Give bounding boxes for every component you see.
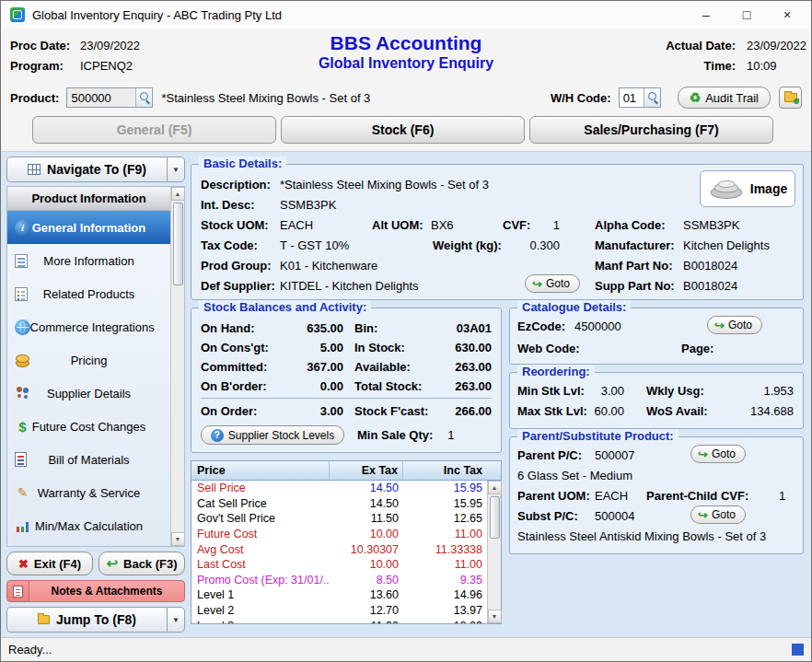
nav-panel: Product Information General InformationM…	[6, 186, 185, 547]
exit-label: Exit (F4)	[34, 557, 81, 571]
scroll-down-icon[interactable]: ▼	[171, 532, 185, 546]
jump-to-main[interactable]: Jump To (F8)	[6, 607, 167, 633]
info-icon	[15, 220, 30, 236]
scroll-up-icon[interactable]: ▲	[171, 187, 185, 201]
alpha-code-label: Alpha Code:	[595, 218, 666, 233]
bowls-thumbnail	[708, 176, 745, 203]
sidebar-item-supplier-details[interactable]: Supplier Details	[7, 377, 170, 410]
tab-general[interactable]: General (F5)	[32, 116, 276, 144]
image-button[interactable]: Image	[700, 170, 795, 207]
time-label: Time:	[658, 59, 736, 73]
price-ex-tax-value: 10.00	[330, 558, 403, 571]
price-table-row[interactable]: Level 212.7013.97	[191, 603, 487, 619]
product-combo	[66, 87, 153, 108]
scroll-up-icon[interactable]: ▲	[488, 481, 502, 494]
goto-parent-button[interactable]: ↪ Goto	[690, 445, 746, 463]
tab-stock[interactable]: Stock (F6)	[281, 116, 525, 144]
inc-tax-column-header[interactable]: Inc Tax	[403, 461, 501, 480]
price-table-row[interactable]: Cat Sell Price14.5015.95	[191, 496, 487, 512]
price-table-row[interactable]: Sell Price14.5015.95	[191, 481, 487, 496]
product-input[interactable]	[67, 88, 135, 107]
goto-substitute-button[interactable]: ↪ Goto	[690, 505, 746, 524]
price-table-row[interactable]: Avg Cost10.3030711.33338	[191, 541, 487, 557]
sidebar-item-pricing[interactable]: Pricing	[7, 343, 170, 377]
stock-label: In Stock:	[354, 341, 439, 354]
goto-arrow-icon: ↪	[714, 319, 725, 332]
tab-sales-purchasing[interactable]: Sales/Purchasing (F7)	[529, 116, 773, 144]
stock-row: On Cons'gt: 5.00 In Stock: 630.00	[201, 338, 492, 357]
document-icon	[15, 452, 27, 467]
goto-catalogue-button[interactable]: ↪ Goto	[707, 316, 762, 334]
stock-value: 263.00	[439, 360, 492, 374]
sidebar-item-general-information[interactable]: General Information	[7, 211, 170, 244]
app-icon	[10, 7, 25, 22]
wh-code-input[interactable]	[620, 88, 644, 107]
body: Navigate To (F9) ▼ Product Information G…	[1, 151, 811, 637]
stock-label: On B'order:	[201, 379, 274, 393]
sidebar-item-warranty-service[interactable]: Warranty & Service	[7, 476, 170, 509]
stock-label: On Hand:	[201, 321, 274, 335]
sidebar-item-label: Warranty & Service	[38, 486, 141, 500]
exit-button[interactable]: ✖ Exit (F4)	[6, 552, 93, 575]
parent-pc-label: Parent P/C:	[517, 448, 582, 463]
price-table-row[interactable]: Level 113.6014.96	[191, 587, 487, 603]
price-row-label: Cat Sell Price	[191, 497, 330, 510]
price-table-scrollbar[interactable]: ▲ ▼	[487, 481, 501, 623]
price-table-row[interactable]: Promo Cost (Exp: 31/01/...8.509.35	[191, 573, 487, 588]
catalogue-details-title: Catalogue Details:	[517, 300, 631, 315]
sidebar-item-related-products[interactable]: Related Products	[7, 277, 170, 310]
people-icon	[15, 386, 30, 401]
folder-button[interactable]	[779, 87, 802, 109]
parent-uom-value: EACH	[595, 489, 628, 504]
stock-value: 266.00	[439, 404, 492, 418]
price-row-label: Avg Cost	[191, 543, 330, 556]
sidebar-item-ecommerce-integrations[interactable]: eCommerce Integrations	[7, 310, 170, 343]
price-table-row[interactable]: Last Cost10.0011.00	[191, 557, 487, 573]
related-products-icon	[15, 287, 28, 301]
sidebar-item-future-cost-changes[interactable]: Future Cost Changes	[7, 410, 170, 443]
price-column-header[interactable]: Price	[191, 461, 330, 480]
stock-bottom-row: ? Supplier Stock Levels Min Sale Qty: 1	[201, 425, 492, 445]
supp-part-no-value: B0018024	[683, 279, 737, 294]
minimize-button[interactable]: –	[686, 2, 726, 28]
price-table-row[interactable]: Future Cost10.0011.00	[191, 527, 487, 542]
search-icon[interactable]	[644, 88, 660, 107]
supplier-stock-levels-button[interactable]: ? Supplier Stock Levels	[201, 425, 344, 445]
sidebar-item-bill-of-materials[interactable]: Bill of Materials	[7, 443, 170, 476]
notes-attachments-button[interactable]: Notes & Attachments	[6, 580, 185, 602]
price-table-row[interactable]: Gov't Sell Price11.5012.65	[191, 511, 487, 527]
main-content: Basic Details: Description: *Stainless S…	[191, 157, 804, 633]
close-button[interactable]: ×	[767, 2, 807, 28]
stock-value: 03A01	[439, 321, 492, 335]
sidebar-item-label: Supplier Details	[47, 387, 131, 401]
navigate-to-button[interactable]: Navigate To (F9) ▼	[6, 157, 185, 182]
price-inc-tax-value: 11.00	[403, 528, 487, 540]
back-button[interactable]: ↩ Back (F3)	[99, 552, 185, 575]
jump-to-button[interactable]: Jump To (F8) ▼	[6, 607, 185, 633]
price-table-row[interactable]: Level 311.9013.09	[191, 618, 487, 623]
sidebar-item-min-max-calculation[interactable]: Min/Max Calculation	[7, 509, 170, 542]
def-supplier-value: KITDEL - Kitchen Delights	[280, 279, 419, 294]
stock-value: 635.00	[274, 321, 343, 335]
jump-to-label: Jump To (F8)	[56, 612, 136, 627]
maximize-button[interactable]: □	[726, 2, 767, 28]
recycle-icon: ♻	[690, 90, 702, 105]
navigate-dropdown[interactable]: ▼	[167, 157, 185, 182]
audit-trail-button[interactable]: ♻ Audit Trail	[678, 87, 771, 109]
weight-label: Weight (kg):	[433, 238, 502, 253]
scroll-down-icon[interactable]: ▼	[488, 610, 502, 623]
scrollbar-thumb[interactable]	[490, 496, 500, 539]
price-inc-tax-value: 15.95	[403, 497, 487, 510]
price-inc-tax-value: 13.97	[403, 604, 487, 617]
jump-dropdown[interactable]: ▼	[167, 607, 185, 633]
navigate-to-main[interactable]: Navigate To (F9)	[6, 157, 167, 182]
sidebar-item-more-information[interactable]: More Information	[7, 244, 170, 277]
stock-row: Committed: 367.00 Available: 263.00	[201, 357, 492, 377]
scrollbar-thumb[interactable]	[173, 203, 183, 285]
stock-balances-title: Stock Balances and Activity:	[199, 300, 371, 315]
price-table-header: Price Ex Tax Inc Tax	[191, 461, 501, 481]
nav-scrollbar[interactable]: ▲ ▼	[170, 187, 184, 546]
goto-supplier-button[interactable]: ↪ Goto	[525, 274, 580, 293]
search-icon[interactable]	[135, 88, 152, 107]
ex-tax-column-header[interactable]: Ex Tax	[330, 461, 403, 480]
